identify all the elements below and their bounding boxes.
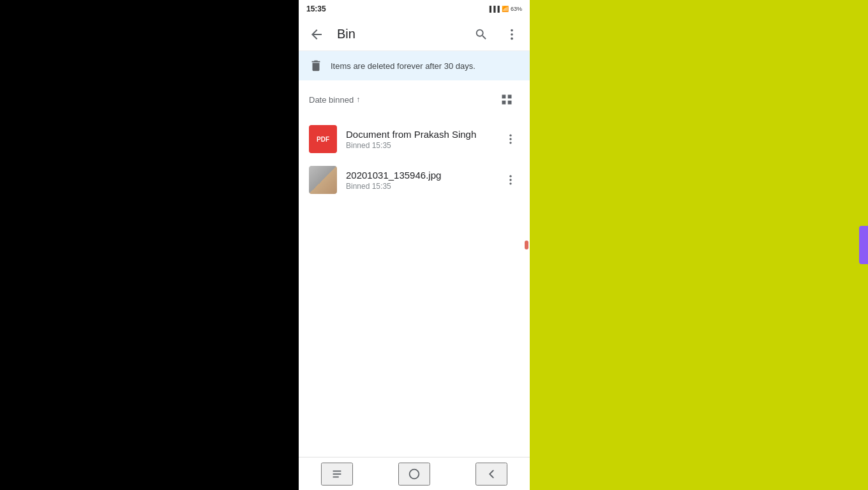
svg-rect-5 — [502, 101, 506, 105]
file-name-image: 20201031_135946.jpg — [346, 170, 493, 181]
svg-point-1 — [511, 33, 513, 36]
file-more-button-pdf[interactable] — [502, 130, 520, 148]
svg-rect-3 — [502, 95, 506, 99]
status-icons: ▐▐▐ 📶 63% — [488, 6, 522, 12]
more-options-button[interactable] — [499, 22, 525, 47]
svg-rect-4 — [508, 95, 512, 99]
svg-point-10 — [509, 175, 511, 177]
svg-point-8 — [509, 138, 511, 140]
pdf-label: PDF — [317, 136, 329, 143]
sort-label-text: Date binned — [309, 95, 354, 105]
file-info-image: 20201031_135946.jpg Binned 15:35 — [346, 170, 493, 191]
svg-point-11 — [509, 179, 511, 181]
info-banner: Items are deleted forever after 30 days. — [299, 51, 530, 80]
grid-view-button[interactable] — [494, 87, 520, 112]
search-button[interactable] — [468, 22, 494, 47]
image-thumbnail — [309, 166, 337, 194]
svg-rect-6 — [508, 101, 512, 105]
file-info-pdf: Document from Prakash Singh Binned 15:35 — [346, 129, 493, 150]
file-name-pdf: Document from Prakash Singh — [346, 129, 493, 140]
file-item-pdf[interactable]: PDF Document from Prakash Singh Binned 1… — [299, 119, 530, 160]
svg-point-16 — [410, 469, 419, 479]
page-title: Bin — [334, 27, 463, 41]
top-bar: Bin — [299, 18, 530, 51]
purple-tab[interactable] — [859, 226, 868, 264]
trash-icon — [309, 59, 323, 73]
image-thumbnail-preview — [309, 166, 337, 194]
svg-point-12 — [509, 182, 511, 184]
sort-label[interactable]: Date binned ↑ — [309, 95, 360, 105]
status-time: 15:35 — [306, 4, 326, 13]
home-nav-button[interactable] — [398, 463, 430, 486]
svg-point-0 — [511, 29, 513, 31]
file-meta-pdf: Binned 15:35 — [346, 141, 493, 150]
phone-screen: 15:35 ▐▐▐ 📶 63% Bin — [299, 0, 530, 490]
battery-icon: 63% — [511, 6, 522, 12]
file-item-image[interactable]: 20201031_135946.jpg Binned 15:35 — [299, 160, 530, 200]
recent-nav-button[interactable] — [321, 463, 353, 486]
right-background — [530, 0, 868, 490]
svg-point-7 — [509, 135, 511, 137]
scroll-indicator — [525, 241, 528, 249]
file-more-button-image[interactable] — [502, 171, 520, 189]
left-background — [0, 0, 299, 490]
signal-icon: ▐▐▐ — [488, 6, 500, 12]
back-nav-button[interactable] — [475, 463, 507, 486]
bottom-nav — [299, 457, 530, 490]
svg-point-2 — [511, 37, 513, 40]
back-button[interactable] — [304, 22, 329, 47]
file-meta-image: Binned 15:35 — [346, 182, 493, 191]
svg-point-9 — [509, 142, 511, 144]
file-list: PDF Document from Prakash Singh Binned 1… — [299, 119, 530, 457]
info-text: Items are deleted forever after 30 days. — [331, 61, 520, 71]
pdf-thumbnail: PDF — [309, 125, 337, 153]
sort-bar: Date binned ↑ — [299, 80, 530, 119]
sort-arrow-icon: ↑ — [356, 95, 360, 104]
wifi-icon: 📶 — [502, 6, 509, 12]
status-bar: 15:35 ▐▐▐ 📶 63% — [299, 0, 530, 18]
